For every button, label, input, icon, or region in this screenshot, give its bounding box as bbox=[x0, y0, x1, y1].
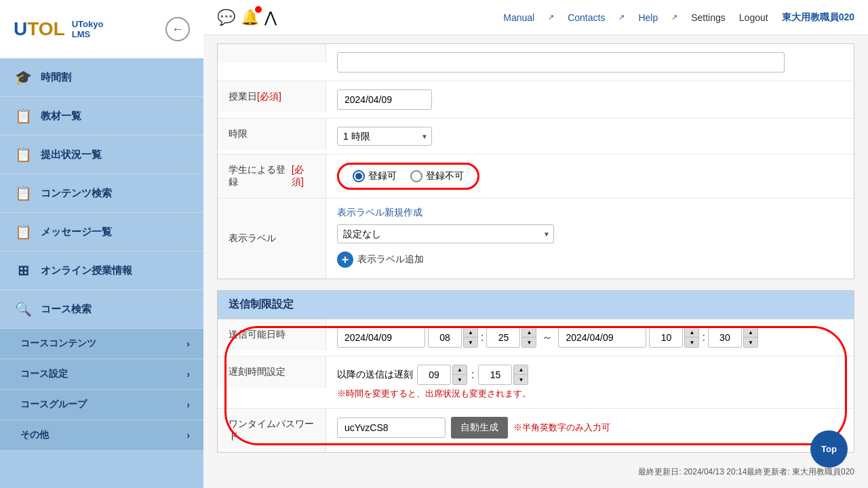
messages-icon: 📋 bbox=[14, 222, 33, 241]
late-min-input[interactable] bbox=[478, 365, 512, 385]
content-area: 授業日 [必須] 時限 1 時限 2 時限 3 時限 bbox=[203, 35, 868, 488]
topbar-links: Manual ↗ Contacts ↗ Help ↗ Settings Logo… bbox=[503, 12, 854, 24]
display-label-value: 表示ラベル新規作成 設定なし + 表示ラベル追加 bbox=[326, 199, 854, 279]
student-reg-row: 学生による登録 [必須] 登録可 登録不可 bbox=[218, 155, 854, 199]
chevron-right-icon: › bbox=[186, 430, 190, 441]
back-button[interactable]: ← bbox=[165, 17, 190, 41]
end-min-up[interactable]: ▲ bbox=[744, 328, 757, 338]
class-form-section: 授業日 [必須] 時限 1 時限 2 時限 3 時限 bbox=[217, 43, 854, 279]
late-min-up[interactable]: ▲ bbox=[514, 365, 528, 375]
end-hour-input[interactable] bbox=[649, 327, 683, 348]
chevron-right-icon: › bbox=[186, 338, 190, 349]
late-hour-group: ▲ ▼ bbox=[417, 365, 467, 385]
chevron-right-icon: › bbox=[186, 399, 190, 410]
top-button[interactable]: Top bbox=[810, 430, 848, 468]
sidebar-item-course-settings[interactable]: コース設定 › bbox=[0, 359, 203, 390]
class-date-value bbox=[326, 81, 854, 118]
radio-group: 登録可 登録不可 bbox=[353, 170, 464, 182]
reg-ng-label[interactable]: 登録不可 bbox=[410, 170, 464, 182]
display-label-inner: 表示ラベル 表示ラベル新規作成 設定なし + 表示ラベル bbox=[218, 199, 854, 279]
sidebar-item-course-contents[interactable]: コースコンテンツ › bbox=[0, 329, 203, 359]
create-label-link[interactable]: 表示ラベル新規作成 bbox=[337, 207, 422, 219]
reg-ok-text: 登録可 bbox=[368, 170, 397, 182]
chevron-right-icon: › bbox=[186, 369, 190, 380]
end-hour-up[interactable]: ▲ bbox=[685, 328, 698, 338]
manual-link[interactable]: Manual bbox=[503, 12, 534, 23]
logout-link[interactable]: Logout bbox=[739, 12, 768, 23]
reg-ok-label[interactable]: 登録可 bbox=[353, 170, 397, 182]
help-ext-icon: ↗ bbox=[671, 13, 677, 22]
class-date-label: 授業日 [必須] bbox=[218, 81, 326, 113]
otp-input[interactable] bbox=[337, 418, 446, 438]
time-limit-value: 1 時限 2 時限 3 時限 bbox=[326, 119, 854, 154]
end-hour-down[interactable]: ▼ bbox=[685, 338, 698, 347]
logo-text: UTokyo LMS bbox=[72, 19, 104, 39]
late-hour-down[interactable]: ▼ bbox=[453, 375, 467, 384]
meta-text: 最終更新日: 2024/04/13 20:14最終更新者: 東大用教職員020 bbox=[638, 467, 854, 476]
help-link[interactable]: Help bbox=[638, 12, 658, 23]
end-min-group: ▲ ▼ bbox=[708, 327, 758, 348]
time-limit-select[interactable]: 1 時限 2 時限 3 時限 bbox=[337, 127, 432, 146]
reg-ng-text: 登録不可 bbox=[426, 170, 464, 182]
end-date-input[interactable] bbox=[558, 327, 646, 348]
contacts-link[interactable]: Contacts bbox=[568, 12, 605, 23]
late-min-group: ▲ ▼ bbox=[478, 365, 528, 385]
otp-row: ワンタイムパスワード 自動生成 ※半角英数字のみ入力可 bbox=[218, 409, 854, 452]
display-label-select[interactable]: 設定なし bbox=[337, 224, 554, 243]
colon2: : bbox=[702, 331, 705, 344]
late-prefix: 以降の送信は遅刻 bbox=[337, 369, 413, 381]
late-time-row: 遅刻時間設定 以降の送信は遅刻 ▲ ▼ : bbox=[218, 357, 854, 409]
sidebar-item-course-group[interactable]: コースグループ › bbox=[0, 390, 203, 420]
late-hour-up[interactable]: ▲ bbox=[453, 365, 467, 375]
start-hour-input[interactable] bbox=[428, 327, 462, 348]
display-label-row: 表示ラベル 表示ラベル新規作成 設定なし + 表示ラベル bbox=[218, 199, 854, 279]
end-min-input[interactable] bbox=[708, 327, 742, 348]
title-input[interactable] bbox=[337, 52, 785, 73]
end-hour-group: ▲ ▼ bbox=[649, 327, 699, 348]
late-time-value: 以降の送信は遅刻 ▲ ▼ : ▲ bbox=[326, 357, 854, 408]
materials-icon: 📋 bbox=[14, 106, 33, 125]
restriction-section: 送信制限設定 送信可能日時 ▲ ▼ bbox=[217, 290, 854, 453]
start-min-down[interactable]: ▼ bbox=[522, 338, 536, 347]
sidebar-item-timetable[interactable]: 🎓 時間割 bbox=[0, 58, 203, 97]
sidebar: U TOL UTokyo LMS ← 🎓 時間割 📋 教材一覧 📋 提出状況一覧… bbox=[0, 0, 203, 488]
sidebar-item-content-search[interactable]: 📋 コンテンツ検索 bbox=[0, 174, 203, 213]
late-min-spinners: ▲ ▼ bbox=[513, 365, 528, 385]
timetable-icon: 🎓 bbox=[14, 68, 33, 87]
restriction-header: 送信制限設定 bbox=[218, 291, 854, 319]
sidebar-item-messages[interactable]: 📋 メッセージ一覧 bbox=[0, 213, 203, 251]
time-limit-row: 時限 1 時限 2 時限 3 時限 bbox=[218, 119, 854, 155]
sidebar-item-other[interactable]: その他 › bbox=[0, 420, 203, 451]
time-row: ▲ ▼ : ▲ ▼ ～ bbox=[337, 327, 758, 348]
online-info-icon: ⊞ bbox=[14, 261, 33, 280]
start-hour-up[interactable]: ▲ bbox=[464, 328, 477, 338]
start-min-up[interactable]: ▲ bbox=[522, 328, 536, 338]
reg-ng-radio[interactable] bbox=[410, 170, 422, 182]
chat-icon[interactable]: 💬 bbox=[217, 9, 235, 26]
send-date-row: 送信可能日時 ▲ ▼ : bbox=[218, 319, 854, 357]
sidebar-item-online-info[interactable]: ⊞ オンライン授業情報 bbox=[0, 251, 203, 290]
colon3: : bbox=[471, 369, 474, 381]
start-min-input[interactable] bbox=[486, 327, 520, 348]
add-label-button[interactable]: + 表示ラベル追加 bbox=[337, 249, 424, 270]
sidebar-item-materials[interactable]: 📋 教材一覧 bbox=[0, 97, 203, 136]
reg-ok-radio[interactable] bbox=[353, 170, 365, 182]
late-min-down[interactable]: ▼ bbox=[514, 375, 528, 384]
late-hour-input[interactable] bbox=[417, 365, 451, 385]
course-search-icon: 🔍 bbox=[14, 300, 33, 319]
settings-link[interactable]: Settings bbox=[691, 12, 726, 23]
end-min-down[interactable]: ▼ bbox=[744, 338, 757, 347]
tilde: ～ bbox=[542, 331, 553, 345]
start-hour-down[interactable]: ▼ bbox=[464, 338, 477, 347]
sidebar-item-submissions[interactable]: 📋 提出状況一覧 bbox=[0, 136, 203, 174]
class-date-input[interactable] bbox=[337, 89, 432, 110]
title-value bbox=[326, 44, 854, 81]
required-badge: [必須] bbox=[257, 91, 281, 103]
sidebar-item-course-search[interactable]: 🔍 コース検索 bbox=[0, 290, 203, 329]
notification-icon[interactable]: 🔔 bbox=[241, 9, 259, 26]
end-hour-spinners: ▲ ▼ bbox=[684, 327, 699, 348]
auto-gen-button[interactable]: 自動生成 bbox=[451, 417, 508, 439]
logo: U TOL bbox=[14, 18, 65, 40]
up-arrow-icon[interactable]: ⋀ bbox=[264, 9, 277, 26]
start-date-input[interactable] bbox=[337, 327, 425, 348]
